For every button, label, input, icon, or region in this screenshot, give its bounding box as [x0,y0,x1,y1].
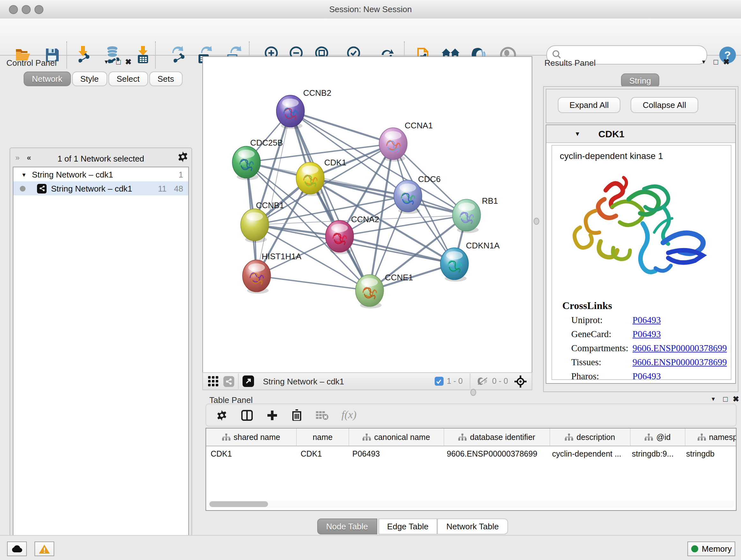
delete-column-trash-icon[interactable] [292,409,302,421]
node-HIST1H1A[interactable]: HIST1H1A [243,252,301,294]
collapse-all-button[interactable]: Collapse All [630,97,698,113]
column-header-database-identifier[interactable]: database identifier [444,428,550,446]
crosslink-link[interactable]: P06493 [632,371,661,380]
node-label-CDC25B: CDC25B [250,138,283,147]
table-cell[interactable]: stringdb [682,449,737,458]
edge-CCNB2-CCNE1[interactable] [290,111,369,291]
panel-menu-icon[interactable]: ▾ [105,58,108,65]
crosslink-link[interactable]: 9606.ENSP00000378699 [632,343,727,354]
panel-menu-icon[interactable]: ▾ [702,58,705,65]
network-collection-row[interactable]: ▾ String Network – cdk1 1 [13,167,188,181]
crosslink-label: GeneCard: [571,329,632,340]
tab-node-table[interactable]: Node Table [317,518,377,535]
close-panel-icon[interactable]: ✖ [733,395,739,403]
tab-network[interactable]: Network [23,71,71,86]
tab-select[interactable]: Select [108,71,148,86]
edge-CCNB2-CCNA1[interactable] [290,111,393,144]
tab-style[interactable]: Style [72,71,107,86]
float-panel-icon[interactable]: □ [714,57,718,66]
network-node-count: 11 [158,184,166,193]
collection-expand-icon[interactable]: ▾ [22,171,25,178]
collection-label: String Network – cdk1 [32,170,113,179]
column-header-canonical-name[interactable]: canonical name [349,428,444,446]
horizontal-scrollbar-thumb[interactable] [209,501,268,507]
network-share-icon[interactable] [223,376,234,387]
column-header-namespace[interactable]: namespace [685,428,737,446]
column-header-shared-name[interactable]: shared name [206,428,297,446]
node-label-RB1: RB1 [482,196,498,206]
node-label-CCNA2: CCNA2 [351,214,379,224]
table-options-gear-icon[interactable] [216,410,227,421]
network-options-gear-icon[interactable] [178,151,188,162]
node-label-CCNB2: CCNB2 [303,88,331,98]
cloud-button[interactable] [7,542,27,556]
column-header-label: database identifier [470,433,535,442]
node-label-CDK1: CDK1 [324,158,346,167]
column-header-name[interactable]: name [297,428,349,446]
column-header-description[interactable]: description [550,428,630,446]
network-tree: ▾ String Network – cdk1 1 String Network… [13,167,189,560]
warnings-button[interactable] [35,542,54,556]
cdk1-section-header[interactable]: ▾ CDK1 [546,125,735,143]
table-cell[interactable]: 9606.ENSP00000378699 [442,449,548,458]
crosslink-link[interactable]: P06493 [632,315,661,326]
table-row[interactable]: CDK1CDK1P064939606.ENSP00000378699cyclin… [206,446,736,462]
create-column-plus-icon[interactable] [267,410,278,421]
expand-all-button[interactable]: Expand All [558,97,620,113]
network-row[interactable]: String Network – cdk1 11 48 [13,181,188,195]
string-network-graph[interactable]: CCNB2CCNA1CDC25BCDK1CDC6RB1CCNB1CCNA2CDK… [203,57,532,372]
crosslink-link[interactable]: 9606.ENSP00000378699 [632,357,727,368]
edge-CCNB2-RB1[interactable] [290,111,467,215]
separator [470,374,470,389]
column-header-label: @id [657,433,671,442]
fit-selected-crosshair-icon[interactable] [515,375,527,387]
table-cell[interactable]: CDK1 [206,449,296,458]
tab-network-table[interactable]: Network Table [437,518,508,535]
node-CCNB2[interactable]: CCNB2 [276,88,331,129]
crosslink-label: Tissues: [571,357,632,368]
edge-HIST1H1A-CCNE1[interactable] [257,276,369,291]
table-header-row: shared namenamecanonical namedatabase id… [206,428,736,446]
table-toolbar: f(x) [205,403,737,427]
network-canvas[interactable]: CCNB2CCNA1CDC25BCDK1CDC6RB1CCNB1CCNA2CDK… [202,56,532,373]
collection-count: 1 [179,170,183,179]
crosslink-link[interactable]: P06493 [632,329,661,340]
column-header-label: name [313,433,333,442]
column-header--id[interactable]: @id [630,428,685,446]
network-label: String Network – cdk1 [51,184,132,193]
column-header-label: canonical name [374,433,430,442]
close-panel-icon[interactable]: ✖ [125,57,131,66]
function-builder-icon: f(x) [341,409,356,422]
float-panel-icon[interactable]: □ [723,395,728,403]
hidden-eye-icon[interactable] [477,377,489,386]
memory-button[interactable]: Memory [687,542,735,556]
panel-menu-icon[interactable]: ▾ [712,395,715,402]
table-cell[interactable]: stringdb:9... [627,449,682,458]
node-RB1[interactable]: RB1 [453,196,498,233]
edge-CCNA2-CDKN1A[interactable] [340,236,455,264]
node-CDKN1A[interactable]: CDKN1A [441,241,500,282]
table-cell[interactable]: P06493 [348,449,442,458]
birds-eye-view-icon[interactable] [208,376,218,386]
table-cell[interactable]: cyclin-dependent ... [548,449,627,458]
open-in-new-window-icon[interactable] [243,375,254,387]
column-header-label: shared name [233,433,280,442]
horizontal-scrollbar[interactable] [207,501,734,508]
warning-icon [39,544,50,553]
tab-edge-table[interactable]: Edge Table [378,518,437,535]
table-cell[interactable]: CDK1 [296,449,348,458]
close-panel-icon[interactable]: ✖ [723,57,730,66]
vertical-splitter-handle[interactable] [534,218,539,225]
cloud-icon [11,545,23,553]
tab-sets[interactable]: Sets [149,71,182,86]
node-label-CDKN1A: CDKN1A [466,241,500,250]
window-title: Session: New Session [0,4,741,14]
show-column-icon[interactable] [241,410,253,421]
section-collapse-icon[interactable]: ▾ [576,130,579,138]
selected-counts: 1 - 0 [447,377,463,386]
node-table[interactable]: shared namenamecanonical namedatabase id… [205,428,737,511]
separator [238,374,239,389]
selected-checkbox-icon[interactable] [434,377,444,386]
float-panel-icon[interactable]: □ [116,57,121,66]
cdk1-result-section: ▾ CDK1 cyclin-dependent kinase 1 [546,125,736,384]
